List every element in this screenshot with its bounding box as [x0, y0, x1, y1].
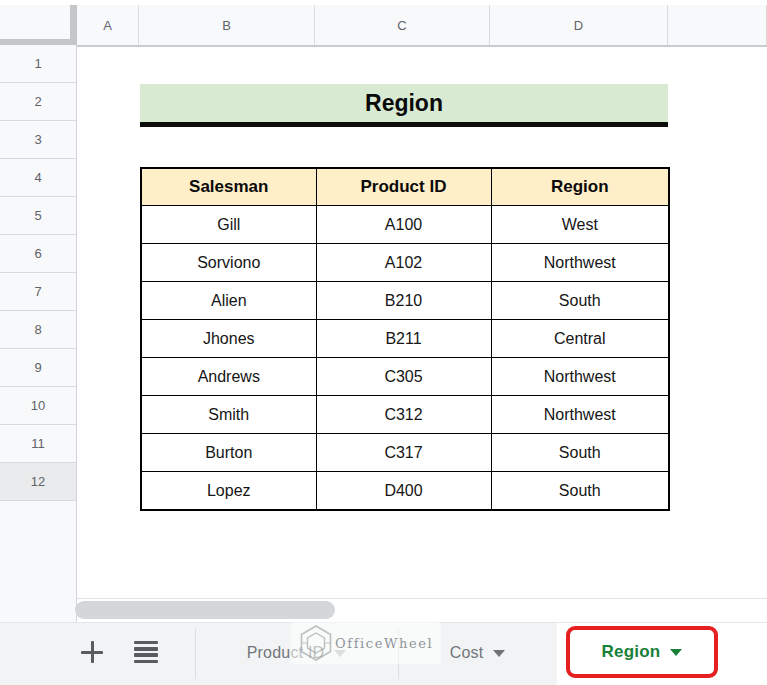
chevron-down-icon[interactable]	[493, 650, 505, 657]
table-cell[interactable]: A102	[316, 244, 491, 282]
table-cell[interactable]: Gill	[141, 206, 316, 244]
table-cell[interactable]: C305	[316, 358, 491, 396]
table-row: BurtonC317South	[141, 434, 669, 472]
select-all-corner[interactable]	[0, 5, 77, 45]
row-headers: 123456789101112	[0, 45, 77, 622]
spreadsheet-app: ABCD 123456789101112 Region SalesmanProd…	[0, 0, 767, 685]
row-header-7[interactable]: 7	[0, 273, 76, 311]
table-cell[interactable]: Northwest	[491, 244, 669, 282]
tab-label: Region	[602, 642, 661, 662]
row-header-1[interactable]: 1	[0, 45, 76, 83]
tab-label: Product ID	[247, 644, 325, 662]
sheet-tab-product-id[interactable]: Product ID	[195, 622, 398, 684]
row-header-3[interactable]: 3	[0, 121, 76, 159]
column-header-A[interactable]: A	[77, 5, 139, 45]
column-header-D[interactable]: D	[490, 5, 668, 45]
table-cell[interactable]: South	[491, 434, 669, 472]
table-cell[interactable]: South	[491, 282, 669, 320]
table-cell[interactable]: C312	[316, 396, 491, 434]
row-header-2[interactable]: 2	[0, 83, 76, 121]
table-cell[interactable]: D400	[316, 472, 491, 511]
table-cell[interactable]: Sorviono	[141, 244, 316, 282]
row-header-8[interactable]: 8	[0, 311, 76, 349]
table-header-cell[interactable]: Product ID	[316, 168, 491, 206]
row-header-9[interactable]: 9	[0, 349, 76, 387]
menu-icon	[134, 641, 158, 644]
sheet-tab-cost[interactable]: Cost	[398, 622, 557, 684]
table-row: SorvionoA102Northwest	[141, 244, 669, 282]
column-header-blank[interactable]	[668, 5, 767, 45]
row-header-5[interactable]: 5	[0, 197, 76, 235]
horizontal-scrollbar-thumb[interactable]	[75, 601, 335, 619]
table-cell[interactable]: A100	[316, 206, 491, 244]
table-cell[interactable]: Jhones	[141, 320, 316, 358]
table-row: LopezD400South	[141, 472, 669, 511]
table-row: GillA100West	[141, 206, 669, 244]
table-header-cell[interactable]: Salesman	[141, 168, 316, 206]
table-cell[interactable]: Lopez	[141, 472, 316, 511]
table-cell[interactable]: C317	[316, 434, 491, 472]
sheet-tab-region[interactable]: Region	[602, 642, 683, 662]
table-row: AlienB210South	[141, 282, 669, 320]
column-headers: ABCD	[77, 5, 767, 47]
menu-icon	[134, 653, 158, 656]
table-cell[interactable]: Northwest	[491, 396, 669, 434]
row-header-6[interactable]: 6	[0, 235, 76, 273]
table-cell[interactable]: Northwest	[491, 358, 669, 396]
row-header-12[interactable]: 12	[0, 463, 76, 501]
table-cell[interactable]: Central	[491, 320, 669, 358]
row-header-10[interactable]: 10	[0, 387, 76, 425]
menu-icon	[134, 647, 158, 650]
all-sheets-menu-button[interactable]	[134, 641, 158, 663]
table-cell[interactable]: Burton	[141, 434, 316, 472]
table-cell[interactable]: B211	[316, 320, 491, 358]
menu-icon	[134, 660, 158, 663]
row-header-11[interactable]: 11	[0, 425, 76, 463]
tab-label: Cost	[450, 644, 484, 662]
table-cell[interactable]: South	[491, 472, 669, 511]
table-row: AndrewsC305Northwest	[141, 358, 669, 396]
table-cell[interactable]: West	[491, 206, 669, 244]
table-cell[interactable]: Alien	[141, 282, 316, 320]
table-cell[interactable]: Andrews	[141, 358, 316, 396]
column-header-B[interactable]: B	[139, 5, 315, 45]
title-cell[interactable]: Region	[140, 84, 668, 127]
chevron-down-icon[interactable]	[334, 650, 346, 657]
data-table: SalesmanProduct IDRegion GillA100WestSor…	[140, 167, 670, 511]
table-row: SmithC312Northwest	[141, 396, 669, 434]
table-cell[interactable]: B210	[316, 282, 491, 320]
chevron-down-icon[interactable]	[670, 649, 682, 656]
title-cell-text: Region	[365, 90, 443, 117]
column-header-C[interactable]: C	[315, 5, 490, 45]
highlight-annotation-box: Region	[566, 626, 718, 678]
table-cell[interactable]: Smith	[141, 396, 316, 434]
table-header-cell[interactable]: Region	[491, 168, 669, 206]
row-header-4[interactable]: 4	[0, 159, 76, 197]
add-sheet-button[interactable]	[81, 641, 103, 663]
table-row: JhonesB211Central	[141, 320, 669, 358]
table-header-row: SalesmanProduct IDRegion	[141, 168, 669, 206]
